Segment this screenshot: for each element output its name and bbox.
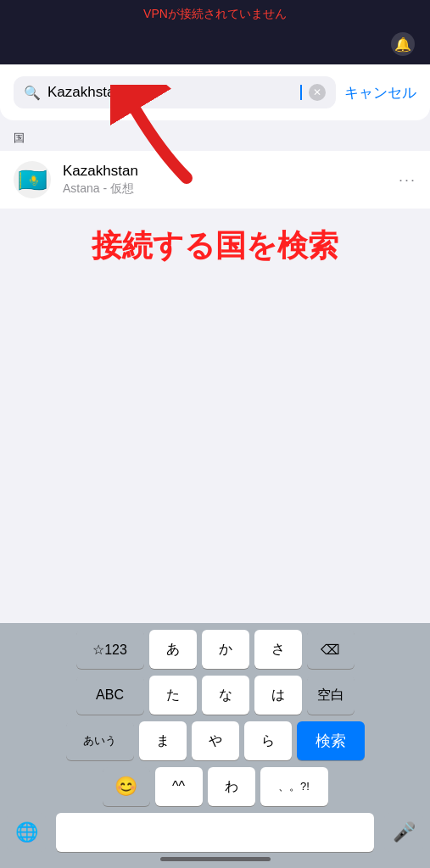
kb-key-punctuation[interactable]: 、。?! xyxy=(260,767,328,806)
kb-key-microphone[interactable]: 🎤 xyxy=(384,813,423,852)
kb-key-ya[interactable]: や xyxy=(192,721,239,760)
kb-key-space[interactable]: 空白 xyxy=(307,676,355,715)
kb-key-wa[interactable]: わ xyxy=(208,767,255,806)
kb-key-ta[interactable]: た xyxy=(149,676,197,715)
country-subtitle: Astana - 仮想 xyxy=(63,181,387,197)
kb-key-spacebar[interactable] xyxy=(56,813,374,852)
kb-key-search[interactable]: 検索 xyxy=(297,721,365,760)
kb-key-sa[interactable]: さ xyxy=(254,630,302,669)
country-result-row[interactable]: 🇰🇿 Kazakhstan Astana - 仮想 ··· xyxy=(0,151,430,209)
header-bar: 🔔 xyxy=(0,27,430,64)
keyboard-row-4: 😊 ^^ わ 、。?! xyxy=(3,767,427,806)
text-cursor xyxy=(300,85,302,100)
clear-search-button[interactable]: ✕ xyxy=(309,84,326,101)
search-field[interactable]: 🔍 Kazakhstan ✕ xyxy=(14,76,336,108)
keyboard-row-2: ABC た な は 空白 xyxy=(3,676,427,715)
country-info: Kazakhstan Astana - 仮想 xyxy=(63,163,387,197)
notification-bell-icon[interactable]: 🔔 xyxy=(391,32,415,56)
keyboard: ☆123 あ か さ ⌫ ABC た な は 空白 あいう ま や ら 検索 😊… xyxy=(0,623,430,868)
country-flag: 🇰🇿 xyxy=(14,161,51,198)
kb-key-ma[interactable]: ま xyxy=(139,721,187,760)
more-options-button[interactable]: ··· xyxy=(399,171,416,189)
kb-key-globe[interactable]: 🌐 xyxy=(7,813,46,852)
kb-key-123[interactable]: ☆123 xyxy=(76,630,144,669)
vpn-banner: VPNが接続されていません xyxy=(0,0,430,27)
kb-key-ka[interactable]: か xyxy=(202,630,249,669)
search-card: 🔍 Kazakhstan ✕ キャンセル xyxy=(0,64,430,120)
instruction-text: 接続する国を検索 xyxy=(0,209,430,275)
cancel-button[interactable]: キャンセル xyxy=(344,83,416,103)
keyboard-row-3: あいう ま や ら 検索 xyxy=(3,721,427,760)
search-input[interactable]: Kazakhstan xyxy=(47,84,293,101)
kb-key-ha[interactable]: は xyxy=(254,676,302,715)
search-icon: 🔍 xyxy=(24,85,41,101)
kb-key-caret[interactable]: ^^ xyxy=(155,767,203,806)
section-header: 国 xyxy=(0,120,430,151)
kb-key-backspace[interactable]: ⌫ xyxy=(307,630,355,669)
kb-key-na[interactable]: な xyxy=(202,676,249,715)
search-row: 🔍 Kazakhstan ✕ キャンセル xyxy=(14,76,416,108)
keyboard-row-1: ☆123 あ か さ ⌫ xyxy=(3,630,427,669)
kb-key-ra[interactable]: ら xyxy=(244,721,292,760)
kb-key-abc[interactable]: ABC xyxy=(76,676,144,715)
home-bar xyxy=(160,857,271,861)
country-name: Kazakhstan xyxy=(63,163,387,180)
kb-key-a[interactable]: あ xyxy=(149,630,197,669)
kb-key-emoji[interactable]: 😊 xyxy=(103,767,150,806)
keyboard-bottom-row: 🌐 🎤 xyxy=(3,813,427,852)
kb-key-aiueo[interactable]: あいう xyxy=(66,721,134,760)
